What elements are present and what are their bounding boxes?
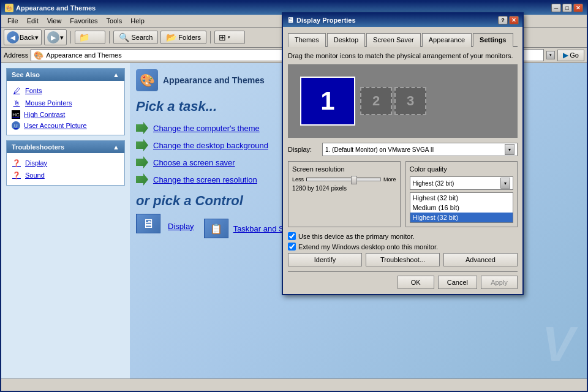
color-option-highest-2[interactable]: Highest (32 bit) [410, 213, 513, 222]
task-label-2[interactable]: Change the desktop background [153, 141, 268, 150]
checkbox-primary-monitor: Use this device as the primary monitor. [288, 232, 518, 240]
display-select-arrow[interactable]: ▾ [505, 144, 514, 155]
content-item-display[interactable]: 🖥 Display [136, 214, 194, 238]
search-label: Search [131, 34, 153, 41]
sidebar-item-user-account-picture[interactable]: U User Account Picture [9, 120, 122, 131]
tab-screen-saver[interactable]: Screen Saver [366, 33, 421, 47]
back-button[interactable]: ◀ Back ▾ [4, 29, 42, 45]
status-bar [1, 379, 587, 391]
user-account-icon: U [12, 121, 20, 130]
identify-button[interactable]: Identify [288, 253, 362, 266]
task-label-4[interactable]: Change the screen resolution [153, 175, 257, 184]
color-option-highest-1[interactable]: Highest (32 bit) [410, 193, 513, 203]
close-button[interactable]: ✕ [573, 4, 583, 12]
sidebar-item-fonts[interactable]: 🖊 Fonts [9, 85, 122, 97]
dialog-close-button[interactable]: ✕ [509, 16, 519, 24]
display-item-label[interactable]: Display [168, 222, 194, 231]
fonts-icon: 🖊 [12, 86, 21, 96]
menu-tools[interactable]: Tools [103, 16, 126, 26]
display-select[interactable]: 1. (Default Monitor) on VMware SVGA II ▾ [322, 143, 518, 156]
up-folder-button[interactable]: 📁 [75, 31, 105, 44]
menu-help[interactable]: Help [127, 16, 148, 26]
monitor-3[interactable]: 3 [394, 87, 426, 115]
monitor-1-label: 1 [320, 86, 334, 116]
advanced-button[interactable]: Advanced [443, 253, 518, 266]
menu-file[interactable]: File [4, 16, 22, 26]
monitor-2[interactable]: 2 [360, 87, 392, 115]
content-header-icon: 🎨 [136, 69, 158, 91]
color-quality-select[interactable]: Highest (32 bit) ▾ [410, 176, 514, 190]
forward-button[interactable]: ▶ ▾ [44, 29, 67, 45]
checkbox-extend-desktop: Extend my Windows desktop onto this moni… [288, 243, 518, 251]
tab-settings[interactable]: Settings [473, 33, 513, 47]
task-arrow-icon-4 [136, 173, 148, 186]
user-account-picture-label: User Account Picture [24, 122, 87, 129]
troubleshooters-content: ❓ Display ❓ Sound [7, 153, 124, 185]
back-dropdown-arrow: ▾ [35, 34, 39, 42]
apply-button[interactable]: Apply [481, 276, 518, 289]
explorer-title-icon: 🎨 [5, 4, 13, 12]
address-dropdown-arrow[interactable]: ▾ [546, 51, 555, 59]
folders-button[interactable]: 📂 Folders [160, 31, 206, 44]
screen-resolution-label: Screen resolution [292, 165, 396, 173]
folders-label: Folders [178, 34, 201, 41]
extend-desktop-checkbox[interactable] [288, 243, 296, 251]
sidebar-item-high-contrast[interactable]: HC High Contrast [9, 109, 122, 120]
watermark: V [542, 316, 575, 372]
monitor-preview: 1 2 3 [288, 64, 518, 138]
minimize-button[interactable]: ─ [551, 4, 561, 12]
task-label-1[interactable]: Change the computer's theme [153, 124, 260, 133]
taskbar-item-icon: 📋 [204, 219, 228, 238]
menu-view[interactable]: View [43, 16, 66, 26]
go-button[interactable]: ▶ Go [557, 50, 584, 61]
tab-themes[interactable]: Themes [288, 33, 326, 47]
see-also-header[interactable]: See Also ▲ [7, 69, 124, 81]
sidebar-item-sound[interactable]: ❓ Sound [9, 169, 122, 181]
display-properties-dialog[interactable]: 🖥 Display Properties ? ✕ Themes Desktop … [282, 12, 524, 295]
color-select-arrow[interactable]: ▾ [500, 178, 510, 189]
views-button[interactable]: ⊞ ▾ [214, 31, 245, 44]
toolbar-separator-1 [70, 31, 71, 43]
monitor-1[interactable]: 1 [300, 77, 355, 126]
go-arrow-icon: ▶ [563, 51, 568, 59]
up-folder-icon: 📁 [79, 32, 89, 42]
tab-desktop[interactable]: Desktop [327, 33, 365, 47]
monitor-3-label: 3 [407, 93, 414, 109]
troubleshooters-header[interactable]: Troubleshooters ▲ [7, 141, 124, 153]
primary-monitor-checkbox[interactable] [288, 232, 296, 240]
menu-edit[interactable]: Edit [23, 16, 42, 26]
three-btn-row: Identify Troubleshoot... Advanced [288, 253, 518, 266]
color-option-medium[interactable]: Medium (16 bit) [410, 203, 513, 213]
dialog-title-icon: 🖥 [287, 16, 294, 24]
task-arrow-icon-2 [136, 139, 148, 151]
tab-appearance[interactable]: Appearance [422, 33, 472, 47]
maximize-button[interactable]: □ [562, 4, 572, 12]
ok-button[interactable]: OK [398, 276, 434, 289]
task-arrow-icon-1 [136, 122, 148, 134]
menu-favorites[interactable]: Favorites [66, 16, 101, 26]
dialog-description: Drag the monitor icons to match the phys… [288, 52, 518, 59]
resolution-value: 1280 by 1024 pixels [292, 185, 396, 192]
dialog-help-button[interactable]: ? [498, 16, 508, 24]
address-icon: 🎨 [34, 51, 43, 60]
extend-desktop-label: Extend my Windows desktop onto this moni… [298, 243, 438, 251]
sound-trouble-label: Sound [25, 172, 45, 179]
resolution-slider[interactable] [306, 178, 381, 181]
sidebar-item-mouse-pointers[interactable]: 🖱 Mouse Pointers [9, 97, 122, 109]
troubleshooters-collapse-icon: ▲ [113, 143, 119, 151]
troubleshoot-button[interactable]: Troubleshoot... [366, 253, 440, 266]
troubleshooters-label: Troubleshooters [12, 143, 64, 151]
task-label-3[interactable]: Choose a screen saver [153, 158, 235, 167]
forward-dropdown-arrow: ▾ [60, 34, 64, 42]
see-also-section: See Also ▲ 🖊 Fonts 🖱 Mouse Pointers HC H… [6, 68, 125, 135]
cancel-button[interactable]: Cancel [438, 276, 477, 289]
search-button[interactable]: 🔍 Search [113, 31, 158, 44]
search-icon: 🔍 [119, 32, 129, 42]
back-label: Back [20, 34, 34, 41]
monitor-2-label: 2 [372, 93, 380, 109]
sound-trouble-icon: ❓ [12, 170, 21, 180]
toolbar-separator-2 [109, 31, 110, 43]
forward-arrow-icon: ▶ [47, 31, 59, 43]
sidebar-item-display[interactable]: ❓ Display [9, 157, 122, 169]
toolbar-separator-3 [210, 31, 211, 43]
